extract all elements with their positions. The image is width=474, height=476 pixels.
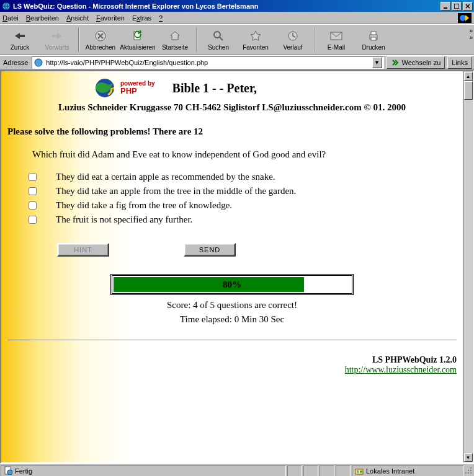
minimize-button[interactable]: [440, 2, 450, 11]
ie-icon: [1, 1, 11, 11]
answer-checkbox-3[interactable]: [29, 201, 37, 209]
menu-favoriten[interactable]: Favoriten: [96, 14, 125, 22]
status-pane: [320, 465, 334, 477]
stop-button[interactable]: Abbrechen: [82, 26, 119, 53]
toolbar-label: Aktualisieren: [120, 44, 155, 51]
toolbar-separator: [78, 28, 79, 51]
status-pane: [336, 465, 351, 477]
menu-datei[interactable]: Datei: [2, 14, 19, 22]
instruction-text: Please solve the following problems! The…: [7, 126, 457, 137]
answer-row: They did take an apple from the tree in …: [26, 185, 457, 197]
star-icon: [249, 29, 262, 43]
menu-extras[interactable]: Extras: [132, 14, 151, 22]
powered-by: powered by PHP: [120, 80, 155, 95]
toolbar-overflow[interactable]: »»: [469, 27, 473, 41]
toolbar-label: Abbrechen: [86, 44, 115, 51]
toolbar-label: Startseite: [162, 44, 188, 51]
zone-icon: [355, 466, 364, 476]
go-icon: [391, 58, 400, 67]
menu-ansicht[interactable]: Ansicht: [66, 14, 89, 22]
mail-icon: [329, 29, 343, 43]
svg-rect-27: [470, 470, 472, 471]
back-button[interactable]: Zurück: [1, 26, 38, 53]
answer-row: The fruit is not specified any further.: [26, 214, 457, 226]
client-area: powered by PHP Bible 1 - - Peter, Luzius…: [0, 70, 474, 464]
svg-rect-2: [454, 4, 459, 9]
svg-point-6: [460, 15, 466, 21]
scroll-thumb[interactable]: [464, 81, 473, 100]
answer-text: They did eat a certain apple as recommen…: [56, 172, 275, 182]
toolbar-label: Drucken: [362, 44, 385, 51]
stop-icon: [94, 29, 107, 43]
answer-checkbox-2[interactable]: [29, 187, 37, 195]
go-button[interactable]: Wechseln zu: [387, 56, 445, 69]
history-button[interactable]: Verlauf: [274, 26, 311, 53]
svg-point-21: [7, 470, 12, 475]
scroll-down-button[interactable]: ▼: [464, 453, 473, 462]
vertical-scrollbar[interactable]: ▲ ▼: [463, 71, 473, 462]
resize-grip[interactable]: [464, 466, 474, 476]
toolbar: Zurück Vorwärts Abbrechen Aktualisieren: [0, 24, 474, 55]
toolbar-label: Suchen: [208, 44, 229, 51]
answer-row: They did take a fig from the tree of kno…: [26, 200, 457, 211]
favorites-button[interactable]: Favoriten: [237, 26, 274, 53]
status-zone: Lokales Intranet: [352, 465, 463, 477]
print-icon: [367, 29, 380, 43]
refresh-button[interactable]: Aktualisieren: [119, 26, 156, 53]
scroll-up-button[interactable]: ▲: [464, 72, 473, 81]
go-label: Wechseln zu: [402, 59, 441, 66]
arrow-left-icon: [13, 29, 27, 43]
search-button[interactable]: Suchen: [200, 26, 237, 53]
page-title: Bible 1 - - Peter,: [172, 81, 257, 95]
status-pane: [287, 465, 302, 477]
address-label: Adresse: [2, 59, 29, 66]
send-button[interactable]: SEND: [184, 243, 236, 257]
refresh-icon: [131, 29, 145, 43]
page-content: powered by PHP Bible 1 - - Peter, Luzius…: [1, 71, 463, 462]
forward-button: Vorwärts: [38, 26, 76, 53]
status-main: Fertig: [1, 465, 286, 477]
toolbar-label: Zurück: [11, 44, 30, 51]
answer-checkbox-4[interactable]: [29, 216, 37, 224]
address-bar: Adresse ▼ Wechseln zu Links: [0, 55, 474, 70]
svg-rect-16: [371, 32, 376, 35]
links-button[interactable]: Links: [447, 56, 472, 69]
hint-button[interactable]: HINT: [57, 243, 109, 257]
page-icon: [34, 58, 43, 68]
svg-rect-29: [468, 472, 469, 474]
toolbar-label: Favoriten: [243, 44, 269, 51]
home-button[interactable]: Startseite: [156, 26, 194, 53]
scroll-track[interactable]: [464, 100, 473, 452]
answers-list: They did eat a certain apple as recommen…: [26, 171, 457, 226]
divider: [7, 340, 457, 340]
mail-button[interactable]: E-Mail: [318, 26, 355, 53]
answer-text: The fruit is not specified any further.: [56, 214, 192, 225]
toolbar-separator: [314, 28, 315, 51]
menu-help[interactable]: ?: [159, 14, 163, 22]
svg-rect-1: [444, 7, 447, 9]
address-box[interactable]: ▼: [32, 56, 383, 69]
answer-checkbox-1[interactable]: [29, 173, 37, 181]
author-line: Luzius Schneider Kruggasse 70 CH-5462 Si…: [7, 102, 457, 113]
answer-text: They did take an apple from the tree in …: [56, 186, 296, 196]
svg-rect-26: [468, 470, 469, 471]
globe-icon: [94, 77, 115, 99]
footer-link[interactable]: http://www.luziusschneider.com: [345, 365, 457, 374]
close-button[interactable]: [463, 2, 473, 11]
menu-bearbeiten[interactable]: Bearbeiten: [26, 14, 59, 22]
status-pane: [303, 465, 318, 477]
maximize-button[interactable]: [452, 2, 462, 11]
answer-row: They did eat a certain apple as recommen…: [26, 171, 457, 183]
ie-window: LS WebQuiz: Question - Microsoft Interne…: [0, 0, 474, 476]
svg-rect-23: [357, 470, 359, 473]
question-text: Which fruit did Adam and Eve eat to know…: [32, 149, 457, 160]
brand-icon: [457, 12, 472, 24]
svg-rect-30: [470, 472, 472, 474]
address-dropdown[interactable]: ▼: [372, 57, 382, 68]
print-button[interactable]: Drucken: [355, 26, 392, 53]
zone-text: Lokales Intranet: [366, 467, 414, 475]
progress-label: 80%: [112, 276, 352, 293]
svg-line-12: [220, 37, 223, 40]
url-input[interactable]: [45, 58, 372, 67]
button-row: HINT SEND: [57, 243, 457, 257]
